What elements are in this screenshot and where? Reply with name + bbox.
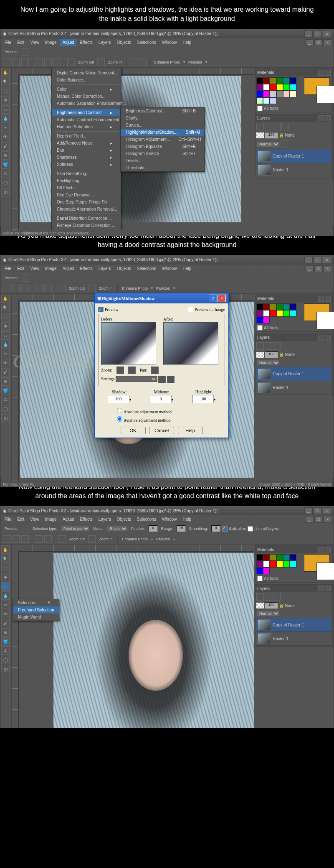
menu-edit[interactable]: Edit (15, 516, 27, 523)
swatch[interactable] (270, 561, 276, 568)
sub-levels[interactable]: Levels... (121, 157, 204, 164)
swatch[interactable] (283, 77, 290, 84)
maximize-button[interactable]: □ (314, 257, 322, 263)
swatch[interactable] (256, 568, 263, 574)
menu-help[interactable]: Help (180, 265, 194, 272)
redo-button[interactable] (44, 285, 52, 292)
swatch[interactable] (283, 91, 290, 97)
antialias-check[interactable]: ✓ (222, 526, 228, 532)
eraser-tool[interactable]: ◫ (1, 414, 10, 423)
panel-min-icon[interactable] (318, 296, 324, 302)
menu-window[interactable]: Window (159, 39, 180, 46)
dellayer-button[interactable] (265, 593, 272, 601)
swatch[interactable] (270, 97, 276, 104)
brush-tool[interactable]: 🖌 (1, 368, 10, 377)
zoomin-button[interactable] (116, 367, 124, 374)
swatch[interactable] (283, 561, 290, 568)
menu-edit[interactable]: Edit (15, 39, 27, 46)
dropper-tool[interactable]: 💧 (1, 591, 10, 600)
menu-view[interactable]: View (28, 516, 42, 523)
cancel-button[interactable]: Cancel (149, 427, 174, 434)
move-tool[interactable]: ✥ (1, 322, 10, 331)
alltools-check[interactable] (257, 576, 263, 581)
swatch[interactable] (283, 310, 290, 317)
swatch[interactable] (276, 561, 283, 568)
blendmode-select[interactable]: Normal (256, 611, 280, 616)
menu-file[interactable]: File (2, 265, 14, 272)
close-button[interactable]: × (323, 507, 331, 514)
layer-row[interactable]: Copy of Raster 1 (256, 618, 331, 632)
background-swatch[interactable] (316, 312, 334, 329)
menu-view[interactable]: View (28, 39, 42, 46)
dialog-help-icon[interactable]: ? (209, 295, 217, 302)
redeye-tool[interactable]: 👁 (1, 133, 10, 141)
brush-tool[interactable]: 🖌 (1, 142, 10, 150)
actual-button[interactable] (139, 59, 147, 66)
panel-min-icon[interactable] (318, 585, 324, 591)
minimize-button[interactable]: _ (304, 31, 313, 37)
layer-row[interactable]: Raster 1 (256, 163, 331, 177)
feather-input[interactable]: 0 (149, 525, 158, 532)
mode-select[interactable]: Replace (107, 526, 128, 532)
opacity-input[interactable]: 100 (265, 351, 278, 358)
freehand-tool[interactable]: ⟋ (1, 582, 10, 591)
brush-tool[interactable]: 🖌 (1, 619, 10, 627)
preset-button[interactable] (22, 525, 29, 532)
minimize-button[interactable]: _ (304, 257, 313, 263)
shape-tool[interactable]: ◯ (1, 179, 10, 187)
eye-icon[interactable] (256, 352, 264, 358)
swatch[interactable] (290, 310, 296, 317)
sub-hms[interactable]: Highlight/Midtone/Shadow...Shift+M (121, 129, 204, 136)
zoomout-label[interactable]: Zoom out (67, 286, 86, 290)
undo-button[interactable] (44, 59, 52, 66)
pan-tool[interactable]: ✋ (1, 545, 10, 554)
swatch[interactable] (290, 554, 296, 561)
panel-close-icon[interactable] (325, 335, 331, 341)
opacity-input[interactable]: 100 (265, 132, 278, 139)
after-preview[interactable] (163, 322, 218, 365)
pick-tool[interactable]: ⬚ (1, 313, 10, 321)
swatch[interactable] (276, 77, 283, 84)
menu-window[interactable]: Window (159, 516, 180, 523)
alllayers-check[interactable] (248, 526, 253, 532)
blendmode-select[interactable]: Normal (256, 141, 280, 147)
dropper-tool[interactable]: 💧 (1, 341, 10, 349)
eraser-tool[interactable]: ◫ (1, 665, 10, 673)
redo-button[interactable] (44, 535, 52, 543)
swatch[interactable] (263, 561, 270, 568)
lock-icon[interactable]: 🔒 (279, 603, 284, 608)
preset-button[interactable] (22, 48, 29, 56)
zoom-tool[interactable]: 🔍 (1, 555, 10, 563)
alltools-check[interactable] (257, 325, 263, 331)
swatch[interactable] (290, 77, 296, 84)
menu-skin[interactable]: Skin Smoothing... (52, 170, 121, 177)
swatch[interactable] (270, 91, 276, 97)
doc-close-button[interactable]: × (324, 516, 332, 523)
menu-colorbal[interactable]: Color Balance... (52, 76, 121, 84)
dialog-close-button[interactable]: × (218, 295, 226, 302)
swatch[interactable] (256, 97, 263, 104)
zoomout-icon[interactable] (58, 535, 66, 543)
dellayer-button[interactable] (265, 342, 272, 350)
newlayer-button[interactable] (256, 342, 264, 350)
menu-help[interactable]: Help (180, 516, 194, 523)
doc-maximize-button[interactable]: □ (314, 265, 323, 272)
open-button[interactable] (12, 285, 20, 292)
print-button[interactable] (35, 59, 43, 66)
menu-pincushion[interactable]: Pincushion Distortion Correction ... (52, 229, 121, 230)
menu-objects[interactable]: Objects (114, 265, 134, 272)
zoomout-label[interactable]: Zoom out (76, 60, 96, 64)
highlight-input[interactable]: 100 (192, 395, 214, 403)
menu-selections[interactable]: Selections (134, 265, 159, 272)
swatch[interactable] (276, 303, 283, 310)
pick-tool[interactable]: ⬚ (1, 564, 10, 572)
eye-icon[interactable] (256, 132, 264, 138)
rel-radio[interactable] (117, 416, 122, 422)
zoomin-label[interactable]: Zoom in (97, 286, 114, 290)
zoomin-icon[interactable] (88, 285, 96, 292)
menu-edit[interactable]: Edit (15, 265, 27, 272)
blendmode-select[interactable]: Normal (256, 360, 280, 366)
fit-button[interactable] (130, 59, 137, 66)
swatch[interactable] (290, 84, 296, 91)
swatch[interactable] (276, 91, 283, 97)
